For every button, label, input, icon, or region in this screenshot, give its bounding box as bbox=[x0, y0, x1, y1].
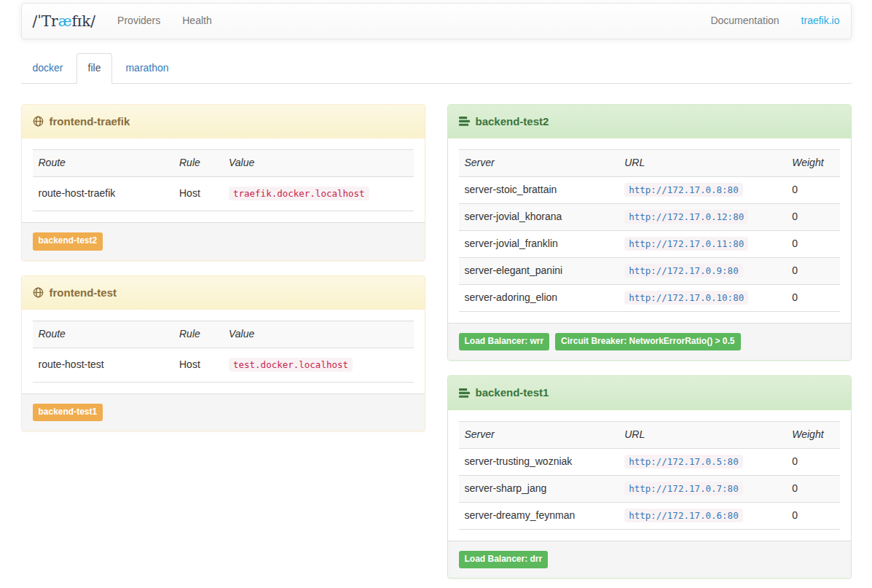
tab-marathon[interactable]: marathon bbox=[114, 53, 180, 84]
table-row: server-jovial_franklin http://172.17.0.1… bbox=[459, 231, 840, 258]
panel-footer: Load Balancer: wrr Circuit Breaker: Netw… bbox=[448, 323, 851, 360]
route-cell: route-host-traefik bbox=[33, 177, 174, 211]
nav-item-traefik-io[interactable]: traefik.io bbox=[790, 4, 851, 39]
column-header-weight: Weight bbox=[786, 421, 839, 448]
server-icon bbox=[459, 388, 470, 398]
table-row: server-jovial_khorana http://172.17.0.12… bbox=[459, 204, 840, 231]
table-header-row: Server URL Weight bbox=[459, 421, 840, 448]
load-balancer-badge: Load Balancer: drr bbox=[459, 551, 549, 568]
logo-text: /ˈTr bbox=[33, 11, 58, 32]
weight-cell: 0 bbox=[786, 448, 839, 475]
server-cell: server-stoic_brattain bbox=[459, 177, 619, 204]
weight-cell: 0 bbox=[786, 285, 839, 312]
frontends-column: frontend-traefik Route Rule Value bbox=[10, 104, 436, 446]
server-url-link[interactable]: http://172.17.0.8:80 bbox=[624, 183, 743, 197]
backend-badge: backend-test2 bbox=[33, 232, 103, 250]
panel-title: backend-test2 bbox=[476, 114, 549, 129]
panel-frontend-test: frontend-test Route Rule Value bbox=[21, 275, 425, 432]
weight-cell: 0 bbox=[786, 258, 839, 285]
server-cell: server-trusting_wozniak bbox=[459, 448, 619, 475]
column-header-value: Value bbox=[223, 150, 414, 177]
backend-badge: backend-test1 bbox=[33, 404, 103, 421]
server-icon bbox=[459, 117, 470, 126]
load-balancer-badge: Load Balancer: wrr bbox=[459, 333, 550, 350]
panel-title: frontend-test bbox=[50, 285, 117, 300]
panel-title: frontend-traefik bbox=[50, 114, 130, 129]
table-row: server-sharp_jang http://172.17.0.7:80 0 bbox=[459, 475, 840, 502]
servers-table: Server URL Weight server-stoic_brattain … bbox=[459, 149, 840, 312]
panel-body: Route Rule Value route-host-test Host te… bbox=[22, 310, 425, 393]
panel-heading: frontend-test bbox=[22, 276, 425, 310]
route-cell: route-host-test bbox=[33, 348, 174, 382]
panel-footer: backend-test1 bbox=[22, 393, 425, 431]
routes-table: Route Rule Value route-host-traefik Host… bbox=[33, 149, 414, 211]
column-header-url: URL bbox=[618, 421, 786, 448]
column-header-rule: Rule bbox=[173, 321, 223, 348]
routes-table: Route Rule Value route-host-test Host te… bbox=[33, 321, 414, 383]
table-row: server-stoic_brattain http://172.17.0.8:… bbox=[459, 177, 840, 204]
nav-item-health[interactable]: Health bbox=[171, 4, 222, 39]
rule-value-code: test.docker.localhost bbox=[229, 358, 353, 372]
weight-cell: 0 bbox=[786, 204, 839, 231]
weight-cell: 0 bbox=[786, 502, 839, 529]
globe-icon bbox=[33, 116, 44, 127]
server-cell: server-sharp_jang bbox=[459, 475, 619, 502]
main-content: frontend-traefik Route Rule Value bbox=[10, 104, 863, 588]
table-row: server-adoring_elion http://172.17.0.10:… bbox=[459, 285, 840, 312]
server-url-link[interactable]: http://172.17.0.5:80 bbox=[624, 455, 743, 469]
panel-heading: frontend-traefik bbox=[22, 105, 425, 138]
provider-tabs: docker file marathon bbox=[21, 53, 852, 84]
traefik-logo[interactable]: /ˈTræfɪk/ bbox=[22, 4, 107, 39]
panel-backend-test1: backend-test1 Server URL Weight bbox=[447, 375, 852, 579]
nav-item-providers[interactable]: Providers bbox=[106, 4, 171, 39]
panel-body: Route Rule Value route-host-traefik Host… bbox=[22, 138, 425, 222]
column-header-value: Value bbox=[223, 321, 414, 348]
server-cell: server-jovial_franklin bbox=[459, 231, 619, 258]
tab-file[interactable]: file bbox=[76, 53, 113, 84]
logo-text: fɪk/ bbox=[71, 11, 95, 32]
server-cell: server-dreamy_feynman bbox=[459, 502, 619, 529]
rule-value-code: traefik.docker.localhost bbox=[229, 187, 369, 200]
column-header-weight: Weight bbox=[786, 150, 839, 177]
tab-file-label[interactable]: file bbox=[76, 53, 113, 84]
panel-body: Server URL Weight server-trusting_woznia… bbox=[448, 410, 851, 541]
table-row: route-host-traefik Host traefik.docker.l… bbox=[33, 177, 414, 211]
rule-cell: Host bbox=[173, 348, 223, 382]
panel-footer: backend-test2 bbox=[22, 222, 425, 259]
logo-accent: æ bbox=[58, 11, 72, 32]
nav-item-documentation[interactable]: Documentation bbox=[699, 4, 790, 39]
column-header-url: URL bbox=[618, 150, 786, 177]
server-url-link[interactable]: http://172.17.0.11:80 bbox=[624, 237, 748, 251]
server-url-link[interactable]: http://172.17.0.7:80 bbox=[624, 482, 743, 495]
weight-cell: 0 bbox=[786, 177, 839, 204]
rule-cell: Host bbox=[173, 177, 223, 211]
panel-footer: Load Balancer: drr bbox=[448, 541, 851, 578]
column-header-server: Server bbox=[459, 421, 619, 448]
weight-cell: 0 bbox=[786, 231, 839, 258]
table-row: server-elegant_panini http://172.17.0.9:… bbox=[459, 258, 840, 285]
tab-docker-label[interactable]: docker bbox=[21, 53, 75, 84]
panel-heading: backend-test1 bbox=[448, 376, 851, 409]
table-row: server-dreamy_feynman http://172.17.0.6:… bbox=[459, 502, 840, 529]
table-header-row: Route Rule Value bbox=[33, 321, 414, 348]
server-cell: server-elegant_panini bbox=[459, 258, 619, 285]
server-cell: server-adoring_elion bbox=[459, 285, 619, 312]
page-container: /ˈTræfɪk/ Providers Health Documentation… bbox=[10, 3, 863, 588]
panel-heading: backend-test2 bbox=[448, 105, 851, 138]
tab-marathon-label[interactable]: marathon bbox=[114, 53, 180, 84]
server-url-link[interactable]: http://172.17.0.12:80 bbox=[624, 210, 748, 224]
globe-icon bbox=[33, 287, 44, 298]
server-url-link[interactable]: http://172.17.0.9:80 bbox=[624, 264, 743, 278]
servers-table: Server URL Weight server-trusting_woznia… bbox=[459, 421, 840, 530]
column-header-route: Route bbox=[33, 321, 174, 348]
navbar-right: Documentation traefik.io bbox=[699, 4, 850, 39]
tab-docker[interactable]: docker bbox=[21, 53, 75, 84]
server-url-link[interactable]: http://172.17.0.10:80 bbox=[624, 291, 748, 305]
navbar-left: /ˈTræfɪk/ Providers Health bbox=[22, 4, 223, 39]
column-header-rule: Rule bbox=[173, 150, 223, 177]
circuit-breaker-badge: Circuit Breaker: NetworkErrorRatio() > 0… bbox=[555, 333, 740, 350]
server-url-link[interactable]: http://172.17.0.6:80 bbox=[624, 509, 743, 522]
column-header-server: Server bbox=[459, 150, 619, 177]
weight-cell: 0 bbox=[786, 475, 839, 502]
panel-body: Server URL Weight server-stoic_brattain … bbox=[448, 138, 851, 323]
